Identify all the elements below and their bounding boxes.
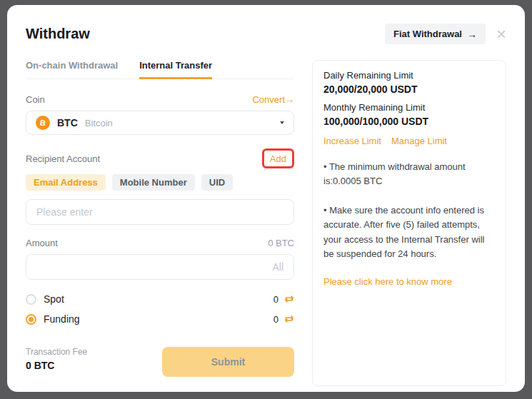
coin-row: Coin Convert→ [26, 94, 294, 105]
submit-button[interactable]: Submit [162, 347, 294, 377]
coin-label: Coin [26, 94, 45, 105]
recipient-method-pills: Email Address Mobile Number UID [26, 174, 294, 191]
recipient-account-label: Recipient Account [26, 153, 100, 164]
form-footer: Transaction Fee 0 BTC Submit [26, 347, 294, 377]
arrow-right-icon: → [467, 29, 477, 39]
coin-name: Bitcoin [85, 118, 113, 128]
transaction-fee-label: Transaction Fee [26, 347, 87, 357]
spot-balance: 0 [273, 294, 278, 305]
manage-limit-link[interactable]: Manage Limit [391, 136, 447, 146]
dialog-header: Withdraw Fiat Withdrawal → × [26, 24, 506, 44]
minimum-withdrawal-note: • The minimum withdrawal amount is:0.000… [323, 160, 495, 188]
recipient-input[interactable] [26, 199, 294, 225]
coin-symbol: BTC [57, 117, 78, 128]
transfer-icon[interactable] [284, 294, 294, 304]
withdraw-form: On-chain Withdrawal Internal Transfer Co… [26, 60, 294, 386]
coin-select[interactable]: B BTC Bitcoin [26, 111, 294, 135]
funding-radio[interactable] [26, 314, 36, 325]
funding-balance: 0 [273, 314, 278, 325]
funding-account-option[interactable]: Funding 0 [26, 311, 294, 327]
pill-mobile-number[interactable]: Mobile Number [112, 174, 195, 191]
transaction-fee-value: 0 BTC [26, 360, 87, 371]
withdraw-dialog: Withdraw Fiat Withdrawal → × On-chain Wi… [7, 5, 525, 392]
convert-link[interactable]: Convert→ [252, 94, 294, 105]
accuracy-warning-note: • Make sure the account info entered is … [323, 203, 495, 261]
spot-account-option[interactable]: Spot 0 [26, 291, 294, 307]
increase-limit-link[interactable]: Increase Limit [323, 136, 381, 146]
spot-label: Spot [44, 293, 64, 305]
daily-limit-label: Daily Remaining Limit [323, 70, 495, 81]
recipient-row: Recipient Account Add [26, 148, 294, 169]
pill-uid[interactable]: UID [201, 174, 233, 191]
bitcoin-icon: B [36, 116, 50, 130]
amount-row: Amount 0 BTC [26, 238, 294, 248]
close-icon[interactable]: × [496, 27, 506, 41]
spot-radio[interactable] [26, 294, 36, 305]
fee-block: Transaction Fee 0 BTC [26, 347, 87, 371]
monthly-limit-value: 100,000/100,000 USDT [323, 116, 495, 127]
limit-links: Increase Limit Manage Limit [323, 136, 495, 146]
amount-label: Amount [26, 238, 58, 248]
fiat-withdrawal-button[interactable]: Fiat Withdrawal → [385, 24, 486, 44]
amount-input[interactable] [26, 254, 294, 280]
tab-internal-transfer[interactable]: Internal Transfer [139, 60, 212, 79]
pill-email-address[interactable]: Email Address [26, 174, 106, 191]
add-highlight-box: Add [262, 148, 294, 168]
page-title: Withdraw [26, 26, 385, 42]
tab-onchain-withdrawal[interactable]: On-chain Withdrawal [26, 60, 118, 79]
withdrawal-tabs: On-chain Withdrawal Internal Transfer [26, 60, 294, 79]
funding-label: Funding [44, 313, 80, 325]
chevron-down-icon [280, 121, 284, 124]
fiat-withdrawal-label: Fiat Withdrawal [393, 29, 462, 39]
know-more-link[interactable]: Please click here to know more [323, 276, 452, 287]
daily-limit-value: 20,000/20,000 USDT [323, 84, 495, 95]
transfer-icon[interactable] [284, 314, 294, 324]
amount-available: 0 BTC [268, 238, 294, 248]
dialog-body: On-chain Withdrawal Internal Transfer Co… [26, 60, 506, 386]
limits-info-panel: Daily Remaining Limit 20,000/20,000 USDT… [312, 60, 506, 386]
add-recipient-link[interactable]: Add [270, 153, 286, 164]
monthly-limit-label: Monthly Remaining Limit [323, 102, 495, 113]
